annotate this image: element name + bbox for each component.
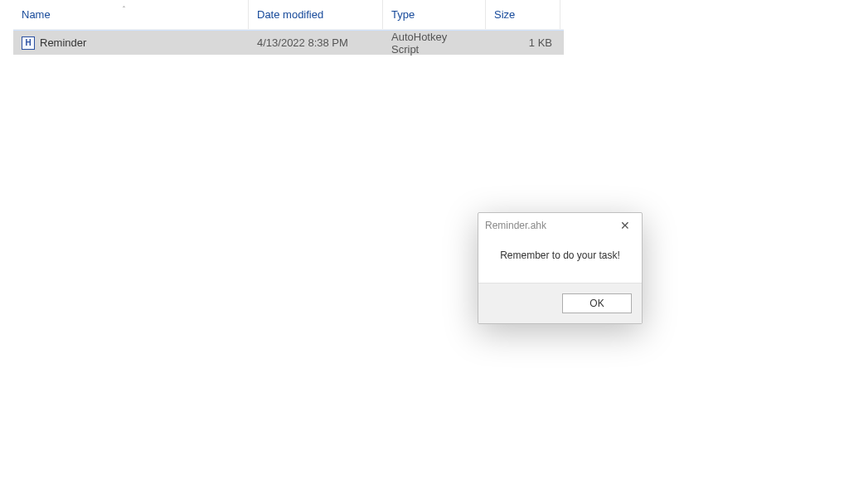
cell-type: AutoHotkey Script	[383, 31, 486, 56]
column-header-date-label: Date modified	[257, 8, 323, 21]
dialog-body: Remember to do your task!	[478, 238, 642, 283]
column-header-type-label: Type	[391, 8, 415, 21]
ahk-file-icon: H	[22, 36, 35, 50]
column-header-size[interactable]: Size	[486, 0, 560, 29]
cell-date: 4/13/2022 8:38 PM	[249, 36, 383, 49]
column-header-name[interactable]: Name ˆ	[13, 0, 249, 29]
column-header-size-label: Size	[494, 8, 515, 21]
ok-button[interactable]: OK	[562, 293, 632, 313]
cell-name: H Reminder	[13, 36, 249, 50]
file-name-label: Reminder	[40, 36, 86, 49]
column-header-date[interactable]: Date modified	[249, 0, 383, 29]
close-icon[interactable]: ✕	[615, 216, 635, 235]
column-header-name-label: Name	[22, 8, 51, 21]
message-box: Reminder.ahk ✕ Remember to do your task!…	[478, 212, 643, 324]
file-date-label: 4/13/2022 8:38 PM	[257, 36, 348, 49]
dialog-title: Reminder.ahk	[485, 220, 615, 231]
column-header-row: Name ˆ Date modified Type Size	[13, 0, 564, 30]
dialog-titlebar[interactable]: Reminder.ahk ✕	[478, 213, 642, 238]
cell-size: 1 KB	[486, 36, 560, 49]
sort-ascending-icon: ˆ	[123, 5, 125, 13]
file-type-label: AutoHotkey Script	[391, 31, 478, 56]
file-size-label: 1 KB	[529, 36, 552, 49]
file-list: Name ˆ Date modified Type Size H Reminde…	[13, 0, 564, 55]
dialog-message: Remember to do your task!	[500, 250, 620, 261]
dialog-footer: OK	[478, 283, 642, 323]
table-row[interactable]: H Reminder 4/13/2022 8:38 PM AutoHotkey …	[13, 30, 564, 55]
column-header-type[interactable]: Type	[383, 0, 486, 29]
